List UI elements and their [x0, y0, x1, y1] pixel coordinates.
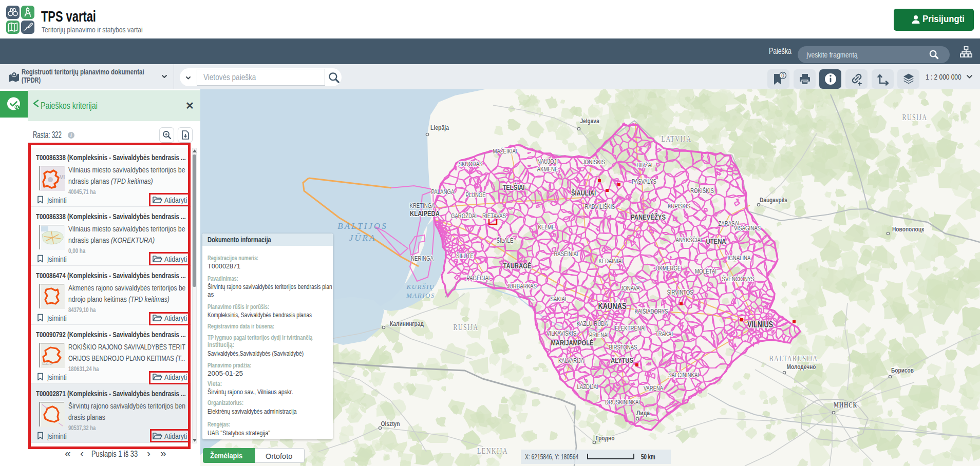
svg-text:BIRŠTONAS: BIRŠTONAS	[609, 343, 637, 351]
svg-text:Молодечно: Молодечно	[787, 363, 816, 371]
svg-text:NAUJOJI: NAUJOJI	[537, 158, 558, 165]
svg-text:RADVILIŠKIS: RADVILIŠKIS	[585, 203, 615, 210]
svg-text:PANEVĖŽYS: PANEVĖŽYS	[631, 212, 666, 221]
svg-text:TAURAGĖ: TAURAGĖ	[503, 261, 532, 270]
svg-text:NERINGA: NERINGA	[411, 255, 434, 262]
svg-text:SKUODAS: SKUODAS	[459, 161, 483, 168]
svg-text:KUPIŠKIS: KUPIŠKIS	[668, 202, 690, 210]
svg-text:AKMENĖ: AKMENĖ	[537, 166, 558, 173]
svg-text:PASVALYS: PASVALYS	[632, 178, 656, 185]
svg-text:ŠVENČIONYS: ŠVENČIONYS	[722, 275, 755, 283]
svg-text:ŠILALĖ: ŠILALĖ	[497, 237, 514, 244]
svg-text:ROKIŠKIS: ROKIŠKIS	[690, 187, 714, 195]
svg-text:Olsztyn: Olsztyn	[381, 420, 400, 428]
svg-text:Гродно: Гродно	[596, 434, 615, 442]
svg-text:KRETINGA: KRETINGA	[410, 202, 435, 209]
svg-text:MARIJAMPOLĖ: MARIJAMPOLĖ	[551, 338, 594, 347]
svg-text:VILKAVIŠKIS: VILKAVIŠKIS	[546, 329, 576, 337]
svg-text:LATVIJA: LATVIJA	[662, 134, 692, 144]
svg-text:TELŠIAI: TELŠIAI	[503, 183, 525, 191]
svg-text:KAZLŲ RŪDA: KAZLŲ RŪDA	[577, 320, 608, 327]
svg-text:Борисов: Борисов	[891, 366, 914, 374]
svg-text:BIRŽAI: BIRŽAI	[637, 161, 653, 169]
svg-text:TRAKAI: TRAKAI	[655, 331, 673, 338]
svg-text:ANYKŠČIAI: ANYKŠČIAI	[676, 236, 702, 244]
svg-text:Лида: Лида	[636, 409, 650, 417]
svg-text:LENKIJA: LENKIJA	[477, 446, 508, 456]
svg-text:ŠIAULIAI: ŠIAULIAI	[571, 188, 596, 197]
svg-text:МИНСК: МИНСК	[834, 401, 857, 409]
svg-text:BALTARUSIJA: BALTARUSIJA	[769, 354, 818, 363]
svg-text:ALYTUS: ALYTUS	[611, 356, 633, 364]
svg-text:VARĖNA: VARĖNA	[644, 385, 663, 392]
svg-text:ŠIRVINTOS: ŠIRVINTOS	[667, 288, 693, 296]
svg-text:Калининград: Калининград	[390, 320, 424, 327]
svg-text:KLAIPĖDA: KLAIPĖDA	[410, 209, 440, 218]
svg-text:JONIŠKIS: JONIŠKIS	[582, 158, 605, 166]
svg-text:JONAVA: JONAVA	[621, 285, 640, 292]
svg-text:RIETAVAS: RIETAVAS	[482, 212, 506, 220]
svg-text:Liepāja: Liepāja	[430, 124, 449, 131]
svg-text:0: 0	[781, 73, 784, 79]
svg-text:DRUSKININKAI: DRUSKININKAI	[605, 399, 640, 406]
svg-text:KALVARIJA: KALVARIJA	[558, 357, 584, 364]
svg-text:ŠALČININKAI: ŠALČININKAI	[668, 371, 699, 379]
svg-text:UTENA: UTENA	[706, 237, 726, 245]
svg-text:PLUNGĖ: PLUNGĖ	[466, 191, 486, 199]
svg-text:JŪRA: JŪRA	[349, 233, 376, 243]
svg-text:KURŠIŲ: KURŠIŲ	[406, 283, 435, 290]
svg-text:RUSIJA: RUSIJA	[454, 322, 479, 332]
svg-text:ŠILUTĖ: ŠILUTĖ	[456, 252, 474, 260]
svg-text:KĖDAINIAI: KĖDAINIAI	[599, 258, 623, 265]
svg-text:JURBARKAS: JURBARKAS	[507, 283, 537, 290]
svg-text:VISAGINAS: VISAGINAS	[734, 225, 761, 232]
svg-text:ELEKTRĖNAI: ELEKTRĖNAI	[615, 325, 646, 332]
svg-text:ŠAKIAI: ŠAKIAI	[551, 295, 567, 303]
svg-text:PRIENAI: PRIENAI	[589, 332, 609, 339]
svg-text:KELMĖ: KELMĖ	[538, 224, 555, 231]
svg-text:LAZDIJAI: LAZDIJAI	[577, 383, 598, 391]
svg-text:UKMERGĖ: UKMERGĖ	[656, 265, 681, 272]
svg-text:RASEINIAI: RASEINIAI	[554, 250, 578, 258]
svg-text:BALTIJOS: BALTIJOS	[337, 221, 387, 231]
svg-text:IGNALINA: IGNALINA	[728, 255, 751, 262]
svg-text:Jelgava: Jelgava	[580, 117, 600, 125]
svg-text:GARGŽDAI: GARGŽDAI	[451, 212, 477, 220]
svg-text:PAGĖGIAI: PAGĖGIAI	[467, 275, 490, 282]
svg-text:KAUNAS: KAUNAS	[598, 301, 627, 311]
svg-text:RUSIJA: RUSIJA	[902, 112, 928, 122]
svg-text:MOLĖTAI: MOLĖTAI	[695, 268, 717, 275]
svg-text:MAŽEIKIAI: MAŽEIKIAI	[493, 147, 517, 155]
svg-text:Daugavpils: Daugavpils	[760, 196, 787, 204]
svg-text:MARIOS: MARIOS	[406, 292, 435, 299]
svg-text:Новополоцк: Новополоцк	[892, 225, 924, 233]
svg-text:PALANGA: PALANGA	[431, 188, 455, 196]
svg-text:KAIŠIADORYS: KAIŠIADORYS	[635, 307, 668, 315]
svg-text:VILNIUS: VILNIUS	[747, 320, 773, 329]
